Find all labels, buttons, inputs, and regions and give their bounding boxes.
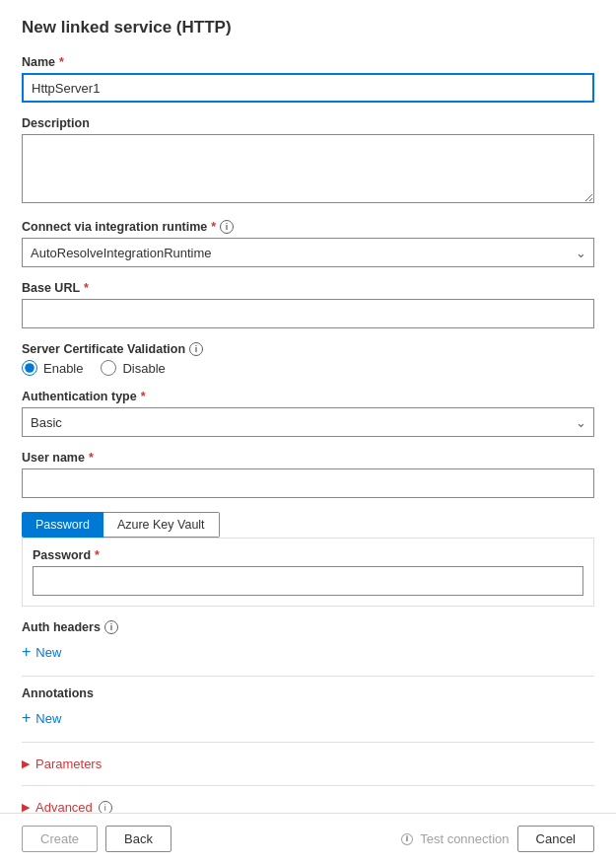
annotations-plus-icon: + [22,710,31,726]
svg-point-0 [406,835,408,837]
auth-type-field-group: Authentication type * Basic ⌄ [22,390,594,437]
advanced-info-icon[interactable]: i [99,801,112,814]
parameters-collapsible[interactable]: ▶ Parameters [22,753,594,775]
base-url-field-group: Base URL * [22,281,594,328]
annotations-section: Annotations + New [22,686,594,728]
password-input[interactable] [33,566,583,596]
footer-bar: Create Back Test connection Cancel [0,813,616,864]
runtime-field-group: Connect via integration runtime * i Auto… [22,220,594,267]
advanced-label: Advanced [35,800,93,813]
advanced-chevron-icon: ▶ [22,801,30,813]
test-connection-icon [400,832,414,846]
disable-radio-label: Disable [122,361,165,376]
password-required: * [95,548,100,562]
password-tab-group: Password Azure Key Vault [22,512,594,538]
advanced-collapsible[interactable]: ▶ Advanced i [22,796,594,813]
base-url-required: * [84,281,89,295]
cert-validation-radio-group: Enable Disable [22,360,594,376]
password-section: Password Azure Key Vault Password * [22,512,594,607]
description-label: Description [22,116,594,130]
auth-type-select[interactable]: Basic [22,407,594,437]
annotations-label: Annotations [22,686,594,700]
password-tab[interactable]: Password [22,512,103,538]
auth-headers-new-button[interactable]: + New [22,642,61,662]
runtime-required: * [211,220,216,234]
username-label: User name * [22,451,594,465]
test-connection-button[interactable]: Test connection [400,831,509,846]
cert-validation-label: Server Certificate Validation i [22,342,594,356]
parameters-chevron-icon: ▶ [22,757,30,770]
create-button[interactable]: Create [22,826,98,852]
back-button[interactable]: Back [105,826,171,852]
cert-info-icon[interactable]: i [189,342,203,356]
cancel-button[interactable]: Cancel [517,826,594,852]
parameters-label: Parameters [35,756,102,771]
azure-key-vault-tab[interactable]: Azure Key Vault [103,512,220,538]
divider-1 [22,676,594,677]
auth-type-label: Authentication type * [22,390,594,403]
cert-validation-field-group: Server Certificate Validation i Enable D… [22,342,594,376]
disable-radio[interactable] [101,360,116,376]
base-url-label: Base URL * [22,281,594,295]
enable-radio[interactable] [22,360,37,376]
runtime-select[interactable]: AutoResolveIntegrationRuntime [22,238,594,267]
username-required: * [89,451,94,465]
description-input[interactable] [22,134,594,203]
username-field-group: User name * [22,451,594,498]
auth-headers-plus-icon: + [22,644,31,660]
auth-headers-info-icon[interactable]: i [104,620,118,634]
enable-radio-option[interactable]: Enable [22,360,83,376]
auth-type-required: * [141,390,146,403]
password-tab-panel: Password * [22,538,594,607]
annotations-new-button[interactable]: + New [22,708,61,728]
runtime-label: Connect via integration runtime * i [22,220,594,234]
name-input[interactable] [22,73,594,103]
page-title: New linked service (HTTP) [22,18,594,37]
auth-headers-label: Auth headers i [22,620,594,634]
enable-radio-label: Enable [43,361,83,376]
name-label: Name * [22,55,594,69]
base-url-input[interactable] [22,299,594,328]
auth-headers-section: Auth headers i + New [22,620,594,662]
password-field-label: Password * [33,548,583,562]
disable-radio-option[interactable]: Disable [101,360,165,376]
divider-3 [22,785,594,786]
name-field-group: Name * [22,55,594,103]
divider-2 [22,742,594,743]
runtime-select-wrapper: AutoResolveIntegrationRuntime ⌄ [22,238,594,267]
name-required: * [59,55,64,69]
username-input[interactable] [22,468,594,498]
description-field-group: Description [22,116,594,206]
runtime-info-icon[interactable]: i [220,220,234,234]
auth-type-select-wrapper: Basic ⌄ [22,407,594,437]
